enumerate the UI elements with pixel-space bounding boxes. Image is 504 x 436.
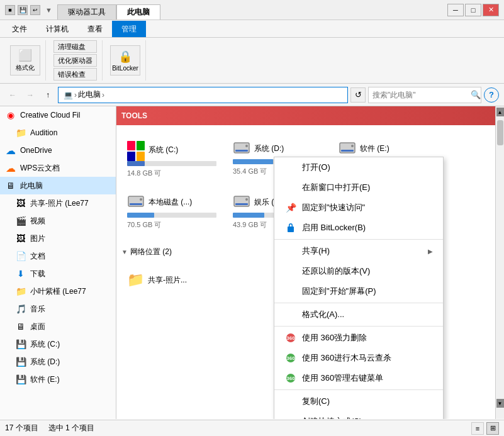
drive-c-item[interactable]: ​ ​ ​ ​ 系统 (C:) 14.8 GB 可: [121, 135, 222, 184]
scroll-down-button[interactable]: ▼: [496, 399, 504, 408]
svg-rect-1: [235, 150, 248, 152]
address-box[interactable]: 💻 › 此电脑 ›: [58, 87, 348, 103]
selected-count: 选中 1 个项目: [48, 423, 94, 433]
back-button[interactable]: ←: [5, 87, 20, 103]
optimize-button[interactable]: 优化驱动器: [53, 54, 97, 67]
ctx-item-360-menu[interactable]: 360 使用 360管理右键菜单: [274, 368, 443, 388]
tab-manage[interactable]: 管理: [112, 21, 146, 37]
ribbon-group-tools: 清理磁盘 优化驱动器 错误检查: [48, 40, 103, 81]
drive-f-info: 70.5 GB 可: [127, 220, 216, 230]
ctx-item-create-shortcut[interactable]: 创建快捷方式(S): [274, 411, 443, 419]
bitlocker-icon: 🔒: [118, 50, 132, 64]
help-button[interactable]: ?: [484, 87, 499, 103]
list-view-button[interactable]: ≡: [471, 422, 484, 435]
pictures-icon: 🖼: [15, 233, 26, 244]
sidebar-item-this-pc[interactable]: 🖥 此电脑: [0, 177, 116, 194]
main-area: ◉ Creative Cloud Fil 📁 Audition ☁ OneDri…: [0, 106, 504, 419]
svg-text:360: 360: [286, 376, 295, 381]
c-drive-label: 系统 (C:): [30, 339, 111, 350]
downloads-icon: ⬇: [15, 268, 26, 279]
drive-f-name: 本地磁盘 (...): [148, 197, 192, 208]
tab-driver-tools[interactable]: 驱动器工具: [57, 4, 116, 20]
scrollbar-thumb[interactable]: [497, 120, 503, 145]
drive-c-info: 14.8 GB 可: [127, 169, 216, 178]
tab-computer[interactable]: 计算机: [36, 21, 78, 37]
up-button[interactable]: ↑: [40, 87, 55, 103]
ctx-item-bitlocker[interactable]: 启用 BitLocker(B): [274, 218, 443, 238]
ctx-360-delete-icon: 360: [284, 332, 297, 344]
docs-label: 文档: [30, 251, 111, 262]
ctx-item-pin-quick[interactable]: 📌 固定到"快速访问": [274, 198, 443, 218]
dropdown-icon[interactable]: ▼: [45, 6, 52, 14]
sidebar-item-audition[interactable]: 📁 Audition: [0, 124, 116, 142]
sidebar-item-video[interactable]: 🎬 视频: [0, 212, 116, 230]
ctx-share-label: 共享(H): [302, 245, 423, 257]
error-check-button[interactable]: 错误检查: [53, 68, 97, 81]
drive-f-item[interactable]: 本地磁盘 (...) 70.5 GB 可: [121, 189, 222, 235]
bitlocker-button[interactable]: 🔒 BitLocker: [110, 45, 140, 75]
search-box[interactable]: 🔍: [368, 87, 481, 103]
grid-view-button[interactable]: ⊞: [486, 422, 499, 435]
undo-icon[interactable]: ↩: [30, 5, 40, 15]
sidebar-item-photos[interactable]: 🖼 共享-照片 (Lee77: [0, 194, 116, 212]
close-button[interactable]: ✕: [483, 4, 499, 16]
ctx-item-share[interactable]: 共享(H) ▶: [274, 241, 443, 261]
address-path: 此电脑: [78, 89, 101, 100]
minimize-button[interactable]: ─: [447, 4, 464, 16]
sidebar-item-e-drive[interactable]: 💾 软件 (E:): [0, 371, 116, 388]
sidebar-item-downloads[interactable]: ⬇ 下载: [0, 265, 116, 282]
drive-f-progress: [127, 213, 154, 218]
cleanup-button[interactable]: 清理磁盘: [53, 40, 97, 53]
sidebar-item-c-drive[interactable]: 💾 系统 (C:): [0, 335, 116, 353]
ribbon: 文件 计算机 查看 管理 ⬜ 格式化 清理磁盘 优化驱动器 错误检查 🔒 Bit…: [0, 20, 504, 84]
ctx-item-copy[interactable]: 复制(C): [274, 391, 443, 411]
tab-file[interactable]: 文件: [3, 21, 36, 37]
format-button[interactable]: ⬜ 格式化: [10, 45, 40, 75]
drive-e-name: 软件 (E:): [360, 143, 389, 154]
refresh-button[interactable]: ↺: [350, 87, 366, 103]
ctx-open-icon: [284, 161, 297, 174]
format-label: 格式化: [16, 64, 35, 72]
svg-rect-10: [235, 203, 248, 205]
scroll-up-button[interactable]: ▲: [496, 108, 504, 116]
format-icon: ⬜: [18, 48, 32, 62]
sidebar-item-onedrive[interactable]: ☁ OneDrive: [0, 142, 116, 159]
status-bar: 17 个项目 选中 1 个项目 ≡ ⊞: [0, 420, 504, 436]
wps-label: WPS云文档: [20, 163, 111, 174]
ctx-item-open-new-window[interactable]: 在新窗口中打开(E): [274, 177, 443, 198]
scrollbar-track[interactable]: ▲ ▼: [495, 106, 504, 419]
ctx-item-360-delete[interactable]: 360 使用 360强力删除: [274, 328, 443, 348]
ctx-item-360-scan[interactable]: 360 使用 360进行木马云查杀: [274, 348, 443, 368]
network-item-1[interactable]: 📁 共享-照片...: [121, 266, 222, 294]
maximize-button[interactable]: □: [465, 4, 481, 16]
window-controls: ─ □ ✕: [447, 4, 499, 16]
ctx-item-restore[interactable]: 还原以前的版本(V): [274, 261, 443, 281]
sidebar-item-desktop[interactable]: 🖥 桌面: [0, 318, 116, 335]
d-drive-icon: 💾: [15, 356, 26, 367]
sidebar-item-music[interactable]: 🎵 音乐: [0, 300, 116, 318]
sidebar-item-wps[interactable]: ☁ WPS云文档: [0, 159, 116, 177]
creative-cloud-label: Creative Cloud Fil: [20, 111, 111, 120]
video-icon: 🎬: [15, 215, 26, 226]
ctx-item-format[interactable]: 格式化(A)...: [274, 305, 443, 325]
ribbon-content: ⬜ 格式化 清理磁盘 优化驱动器 错误检查 🔒 BitLocker: [0, 38, 504, 83]
drive-c-icon: ​ ​ ​ ​: [127, 141, 145, 159]
ctx-item-pin-start[interactable]: 固定到"开始"屏幕(P): [274, 281, 443, 301]
ctx-360-scan-label: 使用 360进行木马云查杀: [302, 352, 433, 364]
forward-button[interactable]: →: [23, 87, 38, 103]
sidebar-item-xiaoyezicao[interactable]: 📁 小叶紫槿 (Lee77: [0, 282, 116, 300]
save-icon[interactable]: 💾: [18, 5, 28, 15]
tab-this-pc[interactable]: 此电脑: [116, 4, 160, 20]
sidebar-item-creative-cloud[interactable]: ◉ Creative Cloud Fil: [0, 106, 116, 124]
tab-view[interactable]: 查看: [78, 21, 112, 37]
sidebar-item-pictures[interactable]: 🖼 图片: [0, 230, 116, 247]
sidebar-item-d-drive[interactable]: 💾 系统 (D:): [0, 353, 116, 371]
network-chevron-icon: ▼: [121, 249, 128, 255]
ctx-format-icon: [284, 308, 297, 321]
search-input[interactable]: [369, 91, 471, 99]
ctx-item-open[interactable]: 打开(O): [274, 157, 443, 177]
quick-access-icon[interactable]: ■: [5, 5, 15, 15]
desktop-label: 桌面: [30, 321, 111, 332]
sidebar-item-docs[interactable]: 📄 文档: [0, 247, 116, 265]
c-drive-icon: 💾: [15, 338, 26, 350]
